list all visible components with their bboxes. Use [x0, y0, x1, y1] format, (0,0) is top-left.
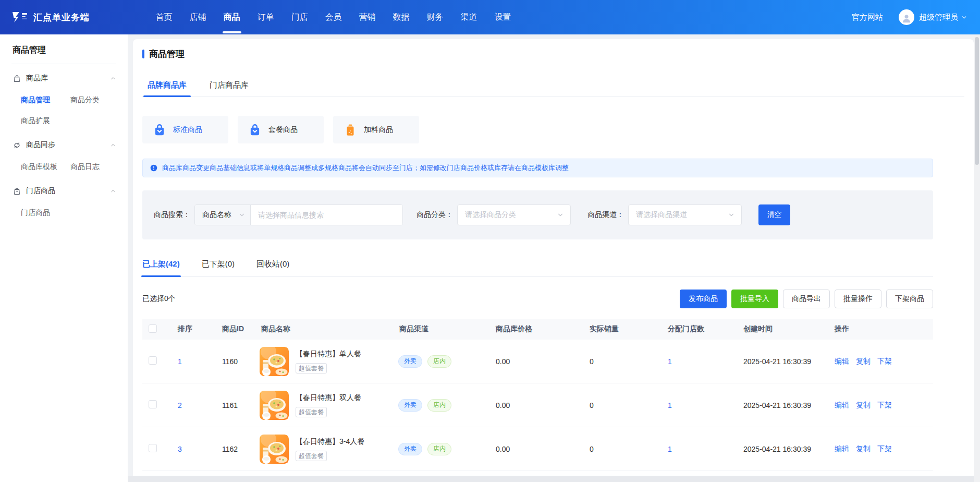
product-tag: 超值套餐 — [296, 407, 327, 417]
channel-tag: 店内 — [427, 355, 451, 368]
nav-item[interactable]: 数据 — [384, 0, 418, 34]
action-button[interactable]: 批量操作 — [835, 290, 881, 308]
library-tab[interactable]: 品牌商品库 — [148, 80, 187, 97]
product-type-card[interactable]: 标准商品 — [142, 116, 228, 143]
row-name-cell: 【春日特惠】单人餐 超值套餐 — [251, 347, 389, 376]
chevron-down-icon — [238, 211, 246, 219]
nav-item[interactable]: 门店 — [283, 0, 316, 34]
row-seq[interactable]: 2 — [167, 401, 212, 409]
horizontal-scrollbar[interactable] — [128, 476, 974, 482]
nav-item[interactable]: 订单 — [249, 0, 283, 34]
channel-select[interactable]: 请选择商品渠道 — [628, 204, 742, 225]
vertical-scrollbar-thumb[interactable] — [975, 37, 979, 165]
product-type-card[interactable]: 加料商品 — [333, 116, 419, 143]
row-store-count[interactable]: 1 — [657, 357, 733, 366]
action-button[interactable]: 下架商品 — [886, 290, 933, 308]
row-checkbox[interactable] — [149, 444, 157, 452]
row-op-复制[interactable]: 复制 — [856, 401, 871, 410]
row-op-复制[interactable]: 复制 — [856, 357, 871, 366]
nav-item[interactable]: 渠道 — [452, 0, 486, 34]
sidebar-group-header[interactable]: 商品同步 — [0, 134, 128, 156]
nav-item[interactable]: 设置 — [486, 0, 520, 34]
row-op-下架[interactable]: 下架 — [877, 444, 892, 454]
row-product-id: 1162 — [212, 445, 251, 453]
library-tab[interactable]: 门店商品库 — [210, 80, 249, 97]
chevron-up-icon[interactable] — [110, 188, 116, 194]
row-op-下架[interactable]: 下架 — [877, 357, 892, 366]
row-seq[interactable]: 3 — [167, 445, 212, 453]
chevron-down-icon[interactable] — [961, 14, 967, 21]
nav-item-label: 设置 — [495, 12, 511, 23]
status-tab[interactable]: 已下架(0) — [202, 258, 235, 276]
row-op-编辑[interactable]: 编辑 — [835, 357, 849, 366]
sidebar-item[interactable]: 门店商品 — [21, 202, 70, 223]
category-label: 商品分类： — [416, 210, 453, 220]
row-op-下架[interactable]: 下架 — [877, 401, 892, 410]
nav-item[interactable]: 财务 — [418, 0, 452, 34]
nav-item[interactable]: 店铺 — [181, 0, 215, 34]
sidebar-item[interactable]: 商品管理 — [21, 89, 70, 110]
row-checkbox[interactable] — [149, 400, 157, 408]
nav-item-label: 门店 — [291, 12, 308, 23]
action-button[interactable]: 批量导入 — [731, 290, 778, 308]
row-store-count[interactable]: 1 — [657, 401, 733, 409]
sidebar-group-header[interactable]: 商品库 — [0, 67, 128, 89]
brand[interactable]: 汇点单业务端 — [11, 11, 90, 23]
row-operations: 编辑复制下架 — [824, 444, 933, 454]
nav-item[interactable]: 商品 — [215, 0, 249, 34]
product-image[interactable] — [260, 391, 289, 420]
sidebar-group-items: 商品库模板商品日志 — [0, 156, 128, 177]
row-op-复制[interactable]: 复制 — [856, 444, 871, 454]
row-created-time: 2025-04-21 16:30:39 — [733, 357, 824, 366]
product-type-card[interactable]: 套餐商品 — [238, 116, 324, 143]
channel-tag: 店内 — [427, 443, 451, 455]
chevron-up-icon[interactable] — [110, 75, 116, 81]
row-seq[interactable]: 1 — [167, 357, 212, 366]
product-image[interactable] — [260, 347, 289, 376]
table-row: 2 1161 【春日特惠】双人餐 超值套餐 外卖店内 0.00 0 1 2025… — [142, 383, 933, 427]
row-sales: 0 — [579, 401, 657, 409]
status-tab[interactable]: 已上架(42) — [142, 258, 180, 276]
sidebar-group-header[interactable]: 门店商品 — [0, 180, 128, 202]
sidebar-item[interactable]: 商品日志 — [70, 156, 120, 177]
row-op-编辑[interactable]: 编辑 — [835, 401, 849, 410]
clear-button[interactable]: 清空 — [758, 204, 790, 225]
jar-orange-icon — [344, 123, 357, 137]
main-content: 商品管理 品牌商品库门店商品库 标准商品 套餐商品 加料商品 商品库商品变更商品… — [128, 34, 980, 482]
vertical-scrollbar[interactable] — [974, 34, 980, 482]
nav-item-label: 会员 — [325, 12, 342, 23]
search-panel: 商品搜索： 商品名称 商品分类： 请选择商品分类 商品渠道： 请选择商品渠道 — [142, 190, 933, 239]
official-site-link[interactable]: 官方网站 — [852, 13, 883, 22]
sidebar-item[interactable]: 商品分类 — [70, 89, 120, 110]
sidebar-item[interactable]: 商品扩展 — [21, 110, 70, 131]
action-button[interactable]: 发布商品 — [680, 290, 727, 308]
sidebar-item[interactable]: 商品库模板 — [21, 156, 70, 177]
table-header-cell: 排序 — [167, 324, 212, 334]
nav-item[interactable]: 首页 — [147, 0, 181, 34]
row-store-count[interactable]: 1 — [657, 445, 733, 453]
nav-item[interactable]: 会员 — [316, 0, 350, 34]
product-image[interactable] — [260, 435, 289, 464]
row-op-编辑[interactable]: 编辑 — [835, 444, 849, 454]
type-card-label: 标准商品 — [173, 125, 202, 135]
action-button[interactable]: 商品导出 — [783, 290, 830, 308]
nav-menu: 首页 店铺 商品 订单 门店 会员 营销 数据 财务 渠道 设置 — [147, 0, 520, 34]
row-channels: 外卖店内 — [389, 355, 485, 368]
brand-logo-icon — [11, 11, 28, 23]
sidebar-group: 商品库 商品管理商品分类商品扩展 — [0, 67, 128, 131]
selection-row: 已选择0个 发布商品批量导入商品导出批量操作下架商品 — [142, 290, 933, 308]
row-sales: 0 — [579, 357, 657, 366]
search-input[interactable] — [251, 205, 402, 225]
username[interactable]: 超级管理员 — [919, 13, 958, 22]
row-operations: 编辑复制下架 — [824, 357, 933, 366]
chevron-up-icon[interactable] — [110, 142, 116, 148]
row-created-time: 2025-04-21 16:30:39 — [733, 445, 824, 453]
row-checkbox[interactable] — [149, 324, 157, 333]
search-field-select[interactable]: 商品名称 — [195, 205, 251, 225]
avatar[interactable] — [899, 9, 914, 25]
nav-item[interactable]: 营销 — [350, 0, 384, 34]
category-select[interactable]: 请选择商品分类 — [457, 204, 571, 225]
table-header-cell: 商品名称 — [251, 324, 389, 334]
row-checkbox[interactable] — [149, 356, 157, 365]
status-tab[interactable]: 回收站(0) — [256, 258, 289, 276]
